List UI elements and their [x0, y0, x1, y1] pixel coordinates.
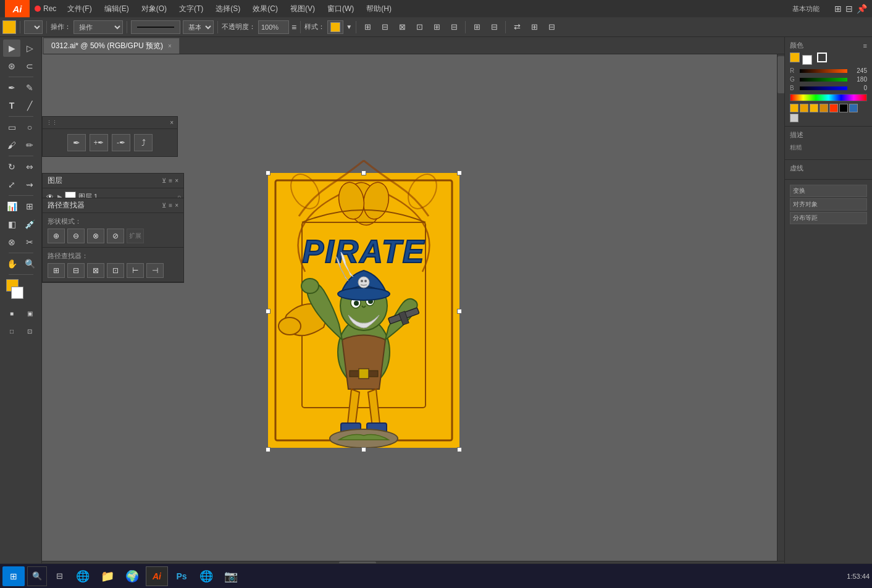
outline-btn[interactable]: ⊢	[127, 263, 144, 278]
pathfinder-menu-btn[interactable]: ≡	[169, 202, 172, 209]
handle-br[interactable]	[457, 447, 462, 452]
swatch-red[interactable]	[829, 104, 838, 112]
style-dropdown-icon[interactable]: ▼	[346, 23, 352, 30]
lasso-btn[interactable]: ⊂	[21, 57, 38, 75]
pen-tool-btn[interactable]: ✒	[3, 79, 20, 96]
menu-select[interactable]: 选择(S)	[209, 0, 246, 17]
layers-collapse-btn[interactable]: ⊻	[162, 177, 166, 184]
background-color[interactable]	[11, 287, 23, 299]
align-bottom-btn[interactable]: ⊟	[446, 20, 461, 35]
ai-taskbar-btn[interactable]: Ai	[146, 566, 168, 586]
line-tool-btn[interactable]: ╱	[21, 97, 38, 114]
gradient-btn[interactable]: ◧	[3, 216, 20, 233]
ps2-taskbar-btn[interactable]: 📷	[220, 566, 242, 586]
align-left-btn[interactable]: ⊞	[360, 20, 375, 35]
style-swatch[interactable]	[327, 20, 343, 34]
handle-tm[interactable]	[361, 170, 366, 175]
opacity-input[interactable]	[258, 20, 289, 34]
align-center-btn[interactable]: ⊟	[377, 20, 392, 35]
operation-select[interactable]: 操作	[73, 20, 123, 34]
intersect-btn[interactable]: ⊗	[87, 229, 104, 243]
anchor-add-btn[interactable]: +✒	[90, 134, 108, 151]
anchor-convert-btn[interactable]: ⤴	[134, 134, 153, 151]
transform-btn[interactable]: ⊞	[527, 20, 542, 35]
menu-edit[interactable]: 编辑(E)	[98, 0, 135, 17]
document-tab[interactable]: 0312.ai* @ 50% (RGB/GPU 预览) ×	[43, 38, 180, 54]
rect-tool-btn[interactable]: ▭	[3, 119, 20, 136]
menu-help[interactable]: 帮助(H)	[360, 0, 398, 17]
handle-tr[interactable]	[457, 170, 462, 175]
align-objects-btn[interactable]: 对齐对象	[790, 198, 867, 211]
pathfinder-collapse-btn[interactable]: ⊻	[162, 202, 166, 209]
fill-color-box[interactable]	[2, 20, 16, 34]
layers-close-btn[interactable]: ×	[175, 177, 178, 184]
folder-taskbar-btn[interactable]: 📁	[96, 566, 119, 586]
eyedropper-btn[interactable]: 💉	[21, 216, 38, 233]
swap-btn[interactable]: ⇄	[509, 20, 524, 35]
color-spectrum[interactable]	[790, 94, 867, 101]
color-section-expand[interactable]: ≡	[863, 42, 867, 49]
layers-menu-btn[interactable]: ≡	[169, 177, 172, 184]
chrome-taskbar-btn[interactable]: 🌍	[121, 566, 143, 586]
scale-btn[interactable]: ⤢	[3, 176, 20, 193]
align-right-btn[interactable]: ⊠	[395, 20, 409, 35]
transform-btn-panel[interactable]: 变换	[790, 185, 867, 197]
anchor-remove-btn[interactable]: -✒	[112, 134, 130, 151]
subpanel-close-btn[interactable]: ×	[170, 119, 174, 126]
swatch-yellow2[interactable]	[810, 104, 818, 112]
gradient-mode-btn[interactable]: ▣	[21, 304, 38, 322]
handle-bm[interactable]	[361, 447, 366, 452]
ie-taskbar-btn[interactable]: 🌐	[72, 566, 94, 586]
swatch-gray[interactable]	[790, 114, 799, 122]
selection-tool-btn[interactable]: ▶	[3, 40, 20, 57]
scissors-btn[interactable]: ✂	[21, 233, 38, 251]
handle-tl[interactable]	[266, 170, 270, 175]
swatch-orange[interactable]	[800, 104, 808, 112]
trim-btn[interactable]: ⊟	[67, 263, 85, 278]
stroke-type-select[interactable]: 基本	[183, 20, 214, 34]
distribute-v-btn[interactable]: ⊟	[487, 20, 501, 35]
bg-color-display[interactable]	[802, 55, 812, 65]
minus-front-btn[interactable]: ⊖	[67, 229, 85, 243]
type-tool-btn[interactable]: T	[3, 97, 20, 114]
menu-text[interactable]: 文字(T)	[173, 0, 209, 17]
handle-bl[interactable]	[266, 447, 270, 452]
menu-effect[interactable]: 效果(C)	[246, 0, 284, 17]
handle-ml[interactable]	[266, 309, 270, 314]
tab-close-btn[interactable]: ×	[168, 43, 172, 49]
start-btn[interactable]: ⊞	[2, 566, 25, 586]
divide-btn[interactable]: ⊞	[48, 263, 65, 278]
menu-file[interactable]: 文件(F)	[61, 0, 98, 17]
full-screen-btn[interactable]: ⊡	[21, 322, 38, 340]
menu-window[interactable]: 窗口(W)	[321, 0, 360, 17]
menu-view[interactable]: 视图(V)	[284, 0, 321, 17]
direct-select-btn[interactable]: ▷	[21, 40, 38, 57]
browser2-taskbar-btn[interactable]: 🌐	[195, 566, 217, 586]
reflect-btn[interactable]: ⇔	[21, 158, 38, 175]
taskview-btn[interactable]: ⊟	[49, 566, 69, 586]
exclude-btn[interactable]: ⊘	[107, 229, 124, 243]
add-anchor-btn[interactable]: ✎	[21, 79, 38, 96]
screen-mode-btn[interactable]: □	[3, 322, 20, 340]
mesh-btn[interactable]: ⊞	[21, 198, 38, 215]
merge-btn[interactable]: ⊠	[87, 263, 104, 278]
swatch-darkorange[interactable]	[820, 104, 828, 112]
opacity-icon[interactable]: ≡	[291, 22, 296, 32]
g-slider[interactable]	[800, 78, 847, 82]
search-btn[interactable]: 🔍	[27, 566, 47, 586]
rotate-btn[interactable]: ↻	[3, 158, 20, 175]
zoom-btn[interactable]: 🔍	[21, 255, 38, 272]
swatch-yellow[interactable]	[790, 104, 799, 112]
r-slider[interactable]	[800, 69, 847, 73]
more-btn[interactable]: ⊟	[544, 20, 559, 35]
fg-color-display[interactable]	[790, 52, 800, 62]
unite-btn[interactable]: ⊕	[48, 229, 65, 243]
swatch-blue[interactable]	[849, 104, 858, 112]
handle-mr[interactable]	[457, 309, 462, 314]
color-mode-btn[interactable]: ■	[3, 304, 20, 322]
workspace-icon[interactable]: ⊞	[834, 4, 842, 14]
ps-taskbar-btn[interactable]: Ps	[170, 566, 193, 586]
minus-back-btn[interactable]: ⊣	[146, 263, 164, 278]
anchor-pen-btn[interactable]: ✒	[67, 134, 86, 151]
warp-btn[interactable]: ⇝	[21, 176, 38, 193]
